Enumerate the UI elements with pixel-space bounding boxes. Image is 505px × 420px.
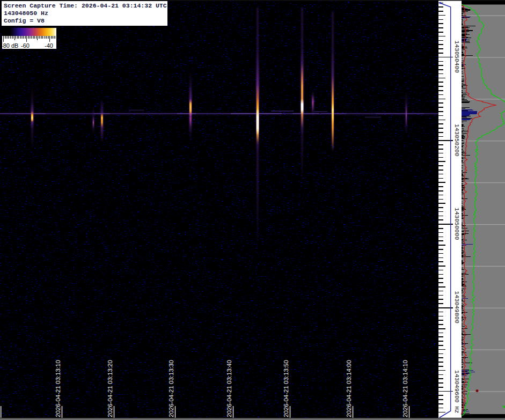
svg-text:2026-04-21 03:13:10: 2026-04-21 03:13:10 — [55, 360, 61, 417]
svg-text:143049800: 143049800 — [453, 291, 460, 324]
svg-text:2026-04-21 03:13:40: 2026-04-21 03:13:40 — [226, 360, 232, 417]
svg-text:2026-04-21 03:13:50: 2026-04-21 03:13:50 — [283, 360, 289, 417]
svg-text:143050200: 143050200 — [453, 124, 460, 157]
svg-text:2026-04-21 03:13:20: 2026-04-21 03:13:20 — [107, 360, 113, 417]
svg-text:2026-04-21 03:14:00: 2026-04-21 03:14:00 — [346, 360, 352, 417]
svg-text:143050400: 143050400 — [453, 41, 460, 73]
svg-text:2026-04-21 03:13:30: 2026-04-21 03:13:30 — [168, 360, 174, 417]
svg-text:143049600 Hz: 143049600 Hz — [453, 370, 460, 414]
svg-text:143050000: 143050000 — [453, 208, 460, 240]
svg-text:2026-04-21 03:14:10: 2026-04-21 03:14:10 — [402, 360, 408, 417]
